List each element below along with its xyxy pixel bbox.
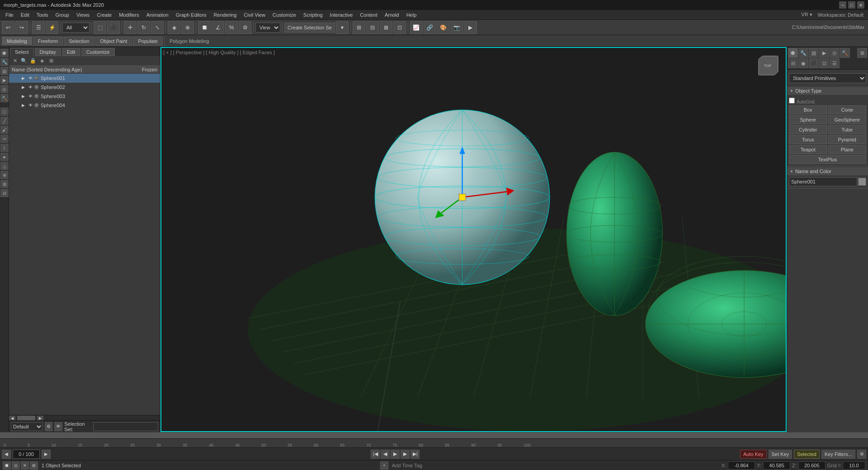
eye-icon-sphere004[interactable]: 👁 <box>27 102 33 108</box>
line-icon[interactable]: ╱ <box>0 117 9 125</box>
scene-expand-btn[interactable]: ⊞ <box>47 57 55 65</box>
prim-box[interactable]: Box <box>789 105 827 114</box>
prim-plane[interactable]: Plane <box>828 145 867 154</box>
axis-constraint-button[interactable]: ⊕ <box>181 21 194 34</box>
modify-icon[interactable]: 🔧 <box>0 58 9 66</box>
scene-lock-btn[interactable]: 🔒 <box>29 57 37 65</box>
menu-modifiers[interactable]: Modifiers <box>115 10 143 19</box>
window-crossing-button[interactable]: ⬛ <box>107 21 120 34</box>
menu-edit[interactable]: Edit <box>17 10 33 19</box>
prim-geosphere[interactable]: GeoSphere <box>828 115 867 124</box>
move-button[interactable]: ✛ <box>124 21 137 34</box>
scrollbar-thumb[interactable] <box>17 416 35 420</box>
knife-icon[interactable]: ✂ <box>0 135 9 143</box>
scale-button[interactable]: ⤡ <box>151 21 164 34</box>
tab-freeform[interactable]: Freeform <box>33 37 63 46</box>
frame-counter[interactable] <box>13 450 40 459</box>
create-selection-arrow[interactable]: ▾ <box>336 21 349 34</box>
cmd-tab-extra3[interactable]: ◉ <box>798 58 808 68</box>
menu-views[interactable]: Views <box>73 10 93 19</box>
x-coord-input[interactable] <box>728 461 755 470</box>
scroll-right-btn[interactable]: ▶ <box>37 416 43 420</box>
array-button[interactable]: ⊠ <box>380 21 392 34</box>
goto-end-btn[interactable]: ▶| <box>410 450 420 459</box>
cmd-tab-extra5[interactable]: ⊡ <box>819 58 829 68</box>
scene-scrollbar[interactable]: ◀ ▶ <box>9 415 160 420</box>
play-btn[interactable]: ▶ <box>391 450 400 459</box>
object-type-header[interactable]: ▼ Object Type <box>787 87 868 95</box>
menu-arnold[interactable]: Arnold <box>381 10 403 19</box>
prim-textplus[interactable]: TextPlus <box>789 155 866 164</box>
object-color-swatch[interactable] <box>858 178 866 186</box>
tab-populate[interactable]: Populate <box>133 37 162 46</box>
selected-btn[interactable]: Selected <box>794 450 820 459</box>
schematic-view-button[interactable]: 🔗 <box>424 21 436 34</box>
cmd-tab-create[interactable]: ⬟ <box>788 48 798 58</box>
track-view-button[interactable]: 📈 <box>410 21 423 34</box>
scene-item-sphere004[interactable]: ▶ 👁 Sphere004 <box>9 101 160 110</box>
mirror-button[interactable]: ⊞ <box>353 21 365 34</box>
snap-toggle-button[interactable]: 🔲 <box>198 21 211 34</box>
create-selection-button[interactable]: Create Selection Se <box>284 23 335 33</box>
status-icon4[interactable]: ⊞ <box>30 461 38 470</box>
select-object-button[interactable]: ☰ <box>32 21 45 34</box>
menu-content[interactable]: Content <box>356 10 381 19</box>
time-config-btn[interactable]: ⚙ <box>857 450 866 459</box>
prim-tube[interactable]: Tube <box>828 125 867 134</box>
reference-coord-button[interactable]: ◈ <box>168 21 180 34</box>
eye-icon-sphere001[interactable]: 👁 <box>27 75 33 81</box>
object-name-input[interactable] <box>789 177 857 186</box>
edge-icon[interactable]: ⌇ <box>0 144 9 152</box>
eye-icon-sphere002[interactable]: 👁 <box>27 84 33 90</box>
eye-icon-sphere003[interactable]: 👁 <box>27 93 33 99</box>
scene-tab-customize[interactable]: Customize <box>81 48 115 56</box>
material-editor-button[interactable]: 🎨 <box>437 21 450 34</box>
scene-item-sphere002[interactable]: ▶ 👁 Sphere002 <box>9 83 160 92</box>
minimize-button[interactable]: ─ <box>839 1 846 9</box>
layer-display-btn[interactable]: 👁 <box>54 422 62 431</box>
prim-cone[interactable]: Cone <box>828 105 867 114</box>
selection-set-input[interactable] <box>93 422 158 431</box>
rotate-button[interactable]: ↻ <box>137 21 150 34</box>
cmd-tab-display[interactable]: ◎ <box>830 48 840 58</box>
menu-tools[interactable]: Tools <box>33 10 52 19</box>
goto-start-btn[interactable]: |◀ <box>371 450 380 459</box>
scene-tab-edit[interactable]: Edit <box>62 48 80 56</box>
menu-civil-view[interactable]: Civil View <box>240 10 269 19</box>
scene-tab-display[interactable]: Display <box>35 48 61 56</box>
selection-filter-dropdown[interactable]: All <box>62 23 90 33</box>
prim-torus[interactable]: Torus <box>789 135 827 144</box>
name-color-header[interactable]: ▼ Name and Color <box>787 167 868 175</box>
scene-item-sphere001[interactable]: ▶ 👁 Sphere001 <box>9 74 160 83</box>
autogrid-checkbox[interactable] <box>789 98 795 103</box>
filter-icon[interactable]: ⊞ <box>0 180 9 188</box>
layer-manager-button[interactable]: ⊡ <box>393 21 406 34</box>
utilities-icon[interactable]: 🔨 <box>0 94 9 102</box>
auto-key-btn[interactable]: Auto Key <box>740 450 767 459</box>
scene-filter-btn[interactable]: ✕ <box>11 57 19 65</box>
face-icon[interactable]: △ <box>0 162 9 170</box>
vertex-icon[interactable]: ● <box>0 153 9 161</box>
cmd-tab-motion[interactable]: ▶ <box>819 48 829 58</box>
cmd-tab-hierarchy[interactable]: ▤ <box>809 48 819 58</box>
viewport[interactable]: [ + ] [ Perspective ] [ High Quality ] [… <box>160 47 787 432</box>
scroll-left-btn[interactable]: ◀ <box>9 416 15 420</box>
cmd-tab-utilities[interactable]: 🔨 <box>840 48 850 58</box>
menu-help[interactable]: Help <box>403 10 420 19</box>
prim-teapot[interactable]: Teapot <box>789 145 827 154</box>
undo-button[interactable]: ↩ <box>2 21 14 34</box>
y-coord-input[interactable] <box>763 461 790 470</box>
prim-pyramid[interactable]: Pyramid <box>828 135 867 144</box>
render-button[interactable]: ▶ <box>464 21 477 34</box>
menu-interactive[interactable]: Interactive <box>326 10 357 19</box>
status-icon1[interactable]: ⬟ <box>3 461 11 470</box>
status-icon3[interactable]: ✕ <box>21 461 29 470</box>
scene-local-btn[interactable]: ◈ <box>38 57 46 65</box>
scene-tab-select[interactable]: Select <box>10 48 34 56</box>
tab-object-paint[interactable]: Object Paint <box>95 37 132 46</box>
nav-forward-btn[interactable]: ▶ <box>42 450 51 459</box>
prev-frame-btn[interactable]: ◀ <box>381 450 390 459</box>
next-frame-btn[interactable]: ▶ <box>401 450 410 459</box>
view-dropdown[interactable]: View <box>255 23 280 33</box>
percent-snap-button[interactable]: % <box>225 21 238 34</box>
